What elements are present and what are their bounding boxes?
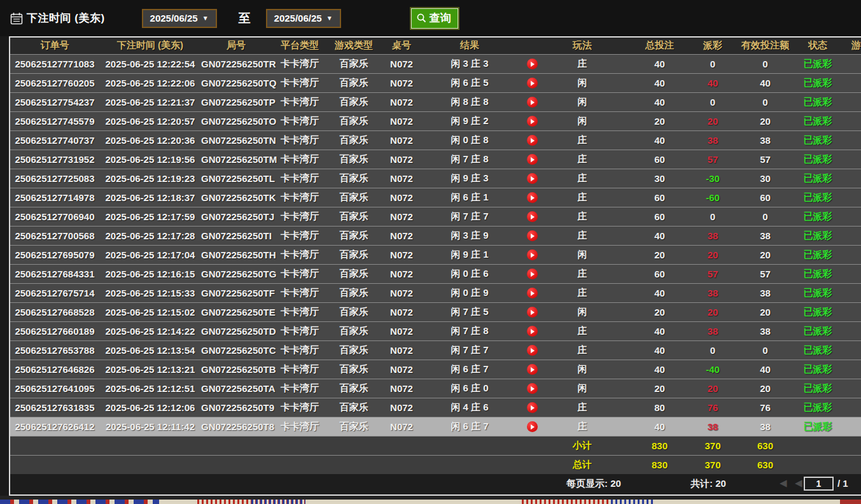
platform-cell: 卡卡湾厅: [271, 111, 328, 130]
result-cell: 闲 0 庄 8: [424, 130, 515, 150]
order-id-cell: 250625127684331: [10, 264, 99, 283]
date-from-select[interactable]: 2025/06/25 ▼: [142, 9, 217, 28]
bet-on-cell: 庄: [549, 150, 616, 169]
valid-bet-cell: 30: [735, 169, 795, 188]
play-video-icon[interactable]: [527, 383, 538, 394]
total-bet-cell: 40: [616, 417, 690, 436]
query-button[interactable]: 查询: [411, 8, 458, 29]
game-cell: [840, 188, 861, 207]
background-page-strip: [0, 496, 861, 504]
status-cell: 已派彩: [795, 73, 840, 92]
table-row[interactable]: 250625127668528 2025-06-25 12:15:02 GN07…: [10, 302, 861, 321]
game-type-cell: 百家乐: [328, 321, 379, 340]
play-video-icon[interactable]: [527, 116, 538, 127]
col-valid-bet: 有效投注额: [735, 38, 795, 54]
play-video-icon[interactable]: [527, 59, 538, 69]
page-number-input[interactable]: [804, 477, 834, 491]
video-cell: [515, 226, 549, 245]
grand-total-row: 总计 830 370 630: [10, 455, 861, 474]
status-cell: 已派彩: [795, 150, 840, 169]
status-cell: 已派彩: [795, 398, 840, 417]
order-id-cell: 250625127754237: [10, 92, 99, 111]
game-cell: [840, 169, 861, 188]
game-type-cell: 百家乐: [328, 417, 379, 436]
first-page-icon[interactable]: ◀: [780, 477, 787, 489]
table-no-cell: N072: [379, 150, 424, 169]
table-row[interactable]: 250625127754237 2025-06-25 12:21:37 GN07…: [10, 92, 861, 111]
play-video-icon[interactable]: [527, 135, 538, 146]
table-no-cell: N072: [379, 417, 424, 436]
table-row[interactable]: 250625127745579 2025-06-25 12:20:57 GN07…: [10, 111, 861, 130]
play-video-icon[interactable]: [527, 288, 538, 298]
play-video-icon[interactable]: [527, 249, 538, 260]
table-no-cell: N072: [379, 130, 424, 150]
grand-total-valid-bet: 630: [735, 455, 795, 474]
play-video-icon[interactable]: [527, 421, 538, 432]
round-id-cell: GN072256250TI: [201, 226, 271, 245]
table-row[interactable]: 250625127760205 2025-06-25 12:22:06 GN07…: [10, 73, 861, 92]
page-total-label: / 1: [837, 478, 848, 489]
payout-cell: 57: [690, 150, 735, 169]
table-row[interactable]: 250625127660189 2025-06-25 12:14:22 GN07…: [10, 321, 861, 340]
play-video-icon[interactable]: [527, 192, 538, 203]
table-row[interactable]: 250625127641095 2025-06-25 12:12:51 GN07…: [10, 379, 861, 398]
table-row[interactable]: 250625127725083 2025-06-25 12:19:23 GN07…: [10, 169, 861, 188]
background-roadmap-strip: [0, 500, 861, 504]
play-video-icon[interactable]: [527, 307, 538, 318]
valid-bet-cell: 0: [735, 92, 795, 111]
platform-cell: 卡卡湾厅: [271, 302, 328, 321]
bet-time-cell: 2025-06-25 12:18:37: [99, 188, 201, 207]
bet-on-cell: 庄: [549, 398, 616, 417]
table-row[interactable]: 250625127684331 2025-06-25 12:16:15 GN07…: [10, 264, 861, 283]
result-cell: 闲 7 庄 7: [424, 340, 515, 360]
play-video-icon[interactable]: [527, 173, 538, 184]
bet-time-cell: 2025-06-25 12:17:04: [99, 245, 201, 264]
game-cell: [840, 130, 861, 150]
table-row[interactable]: 250625127714978 2025-06-25 12:18:37 GN07…: [10, 188, 861, 207]
result-cell: 闲 9 庄 1: [424, 245, 515, 264]
record-count-label: 共计: 20: [690, 478, 726, 490]
play-video-icon[interactable]: [527, 78, 538, 88]
play-video-icon[interactable]: [527, 364, 538, 375]
table-row[interactable]: 250625127706940 2025-06-25 12:17:59 GN07…: [10, 207, 861, 226]
table-row[interactable]: 250625127626412 2025-06-25 12:11:42 GN07…: [10, 417, 861, 436]
subtotal-valid-bet: 630: [735, 436, 795, 455]
order-id-cell: 250625127760205: [10, 73, 99, 92]
total-bet-cell: 40: [616, 92, 690, 111]
result-cell: 闲 3 庄 9: [424, 226, 515, 245]
play-video-icon[interactable]: [527, 211, 538, 222]
game-cell: [840, 73, 861, 92]
table-row[interactable]: 250625127731952 2025-06-25 12:19:56 GN07…: [10, 150, 861, 169]
play-video-icon[interactable]: [527, 154, 538, 165]
game-type-cell: 百家乐: [328, 130, 379, 150]
table-no-cell: N072: [379, 54, 424, 73]
table-row[interactable]: 250625127646826 2025-06-25 12:13:21 GN07…: [10, 360, 861, 379]
date-to-select[interactable]: 2025/06/25 ▼: [266, 9, 341, 28]
prev-page-icon[interactable]: ◀: [795, 477, 802, 489]
play-video-icon[interactable]: [527, 326, 538, 337]
play-video-icon[interactable]: [527, 345, 538, 356]
play-video-icon[interactable]: [527, 402, 538, 413]
play-video-icon[interactable]: [527, 269, 538, 279]
table-row[interactable]: 250625127771083 2025-06-25 12:22:54 GN07…: [10, 54, 861, 73]
valid-bet-cell: 38: [735, 283, 795, 302]
table-body: 250625127771083 2025-06-25 12:22:54 GN07…: [10, 54, 861, 436]
order-id-cell: 250625127660189: [10, 321, 99, 340]
play-video-icon[interactable]: [527, 230, 538, 241]
video-cell: [515, 130, 549, 150]
table-row[interactable]: 250625127695079 2025-06-25 12:17:04 GN07…: [10, 245, 861, 264]
game-type-cell: 百家乐: [328, 264, 379, 283]
table-row[interactable]: 250625127700568 2025-06-25 12:17:28 GN07…: [10, 226, 861, 245]
platform-cell: 卡卡湾厅: [271, 398, 328, 417]
game-type-cell: 百家乐: [328, 54, 379, 73]
video-cell: [515, 360, 549, 379]
table-row[interactable]: 250625127653788 2025-06-25 12:13:54 GN07…: [10, 340, 861, 360]
game-cell: [840, 54, 861, 73]
valid-bet-cell: 40: [735, 360, 795, 379]
table-row[interactable]: 250625127675714 2025-06-25 12:15:33 GN07…: [10, 283, 861, 302]
total-bet-cell: 60: [616, 188, 690, 207]
table-row[interactable]: 250625127631835 2025-06-25 12:12:06 GN07…: [10, 398, 861, 417]
play-video-icon[interactable]: [527, 97, 538, 108]
game-cell: [840, 207, 861, 226]
table-row[interactable]: 250625127740737 2025-06-25 12:20:36 GN07…: [10, 130, 861, 150]
